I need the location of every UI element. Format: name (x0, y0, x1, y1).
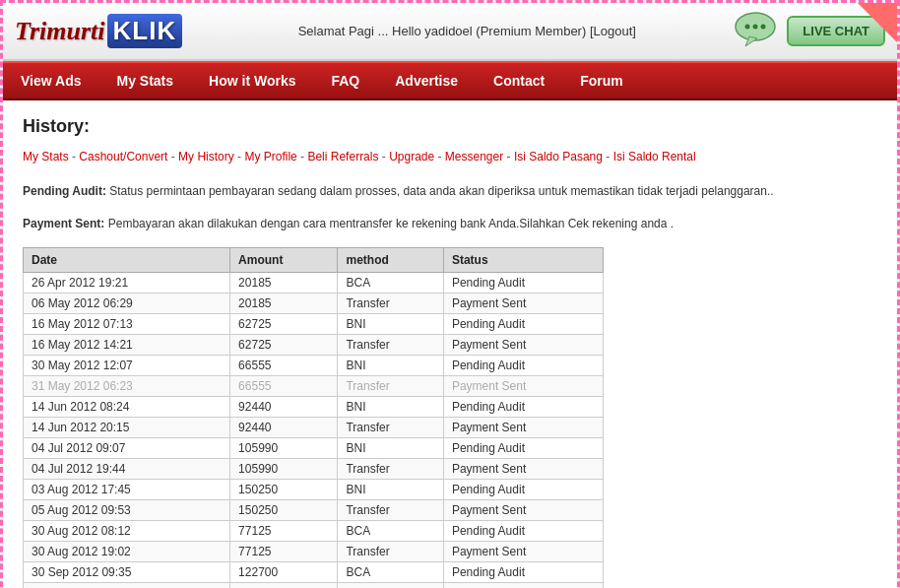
cell-date: 26 Apr 2012 19:21 (24, 272, 230, 293)
logo-klik: KLIK (107, 14, 183, 48)
breadcrumb-cashout[interactable]: Cashout/Convert (79, 150, 167, 163)
cell-amount: 92440 (230, 396, 338, 417)
cell-method: BNI (338, 355, 443, 375)
table-row: 30 Aug 2012 08:1277125BCAPending Audit (24, 520, 604, 541)
cell-status: Payment Sent (443, 334, 603, 355)
cell-method: Transfer (338, 582, 443, 588)
col-amount: Amount (230, 247, 338, 272)
breadcrumb-messenger[interactable]: Messenger (445, 150, 503, 163)
cell-status: Pending Audit (443, 520, 603, 541)
content-area: History: My Stats - Cashout/Convert - My… (3, 100, 897, 588)
table-row: 26 Apr 2012 19:2120185BCAPending Audit (24, 272, 604, 293)
cell-date: 30 Aug 2012 08:12 (24, 520, 230, 541)
cell-date: 05 Aug 2012 09:53 (24, 499, 230, 520)
col-date: Date (24, 247, 230, 272)
cell-status: Pending Audit (443, 272, 603, 293)
cell-status: Pending Audit (443, 355, 603, 375)
table-row: 30 Sep 2012 09:35122700BCAPending Audit (24, 561, 604, 582)
col-status: Status (443, 247, 603, 272)
breadcrumb-isi-saldo-pasang[interactable]: Isi Saldo Pasang (514, 150, 603, 163)
table-row: 16 May 2012 07:1362725BNIPending Audit (24, 313, 604, 334)
sent-label: Payment Sent: (23, 217, 104, 230)
cell-method: Transfer (338, 375, 443, 396)
breadcrumb-my-profile[interactable]: My Profile (244, 150, 296, 163)
cell-amount: 62725 (230, 313, 338, 334)
greeting-prefix: Selamat Pagi ... (298, 24, 389, 38)
cell-amount: 20185 (230, 293, 338, 313)
cell-amount: 92440 (230, 417, 338, 437)
page-title: History: (23, 116, 877, 137)
table-body: 26 Apr 2012 19:2120185BCAPending Audit06… (24, 272, 604, 588)
nav-advertise[interactable]: Advertise (377, 63, 476, 98)
cell-status: Payment Sent (443, 293, 603, 313)
breadcrumb-beli-referrals[interactable]: Beli Referrals (307, 150, 378, 163)
breadcrumb-upgrade[interactable]: Upgrade (389, 150, 434, 163)
svg-point-3 (753, 25, 758, 30)
cell-amount: 105990 (230, 437, 338, 458)
breadcrumb: My Stats - Cashout/Convert - My History … (23, 147, 877, 168)
cell-status: Payment Sent (443, 458, 603, 479)
cell-amount: 77125 (230, 520, 338, 541)
nav-faq[interactable]: FAQ (313, 63, 377, 98)
cell-status: Pending Audit (443, 479, 603, 499)
nav-my-stats[interactable]: My Stats (98, 63, 191, 98)
cell-status: Payment Sent (443, 582, 603, 588)
cell-amount: 62725 (230, 334, 338, 355)
table-row: 31 May 2012 06:2366555TransferPayment Se… (24, 375, 604, 396)
cell-date: 30 Sep 2012 09:35 (24, 561, 230, 582)
cell-status: Payment Sent (443, 541, 603, 561)
table-row: 30 May 2012 12:0766555BNIPending Audit (24, 355, 604, 375)
cell-status: Payment Sent (443, 375, 603, 396)
cell-date: 06 May 2012 06:29 (24, 293, 230, 313)
corner-decoration (858, 3, 897, 42)
cell-method: BNI (338, 396, 443, 417)
cell-method: BCA (338, 520, 443, 541)
table-row: 04 Jul 2012 19:44105990TransferPayment S… (24, 458, 604, 479)
table-row: 01 Oct 2012 06:31122700TransferPayment S… (24, 582, 604, 588)
cell-amount: 66555 (230, 355, 338, 375)
logo-trimurti: Trimurti (15, 17, 105, 46)
greeting-user: Hello yadidoel (Premium Member) [Logout] (392, 24, 636, 38)
cell-date: 30 May 2012 12:07 (24, 355, 230, 375)
nav-contact[interactable]: Contact (476, 63, 562, 98)
cell-status: Pending Audit (443, 561, 603, 582)
cell-method: Transfer (338, 499, 443, 520)
cell-date: 14 Jun 2012 08:24 (24, 396, 230, 417)
pending-label: Pending Audit: (23, 184, 106, 198)
cell-status: Payment Sent (443, 417, 603, 437)
table-row: 03 Aug 2012 17:45150250BNIPending Audit (24, 479, 604, 499)
cell-date: 01 Oct 2012 06:31 (24, 582, 230, 588)
cell-status: Pending Audit (443, 396, 603, 417)
history-table: Date Amount method Status 26 Apr 2012 19… (23, 247, 604, 588)
cell-amount: 150250 (230, 479, 338, 499)
breadcrumb-isi-saldo-rental[interactable]: Isi Saldo Rental (613, 150, 696, 163)
cell-date: 16 May 2012 07:13 (24, 313, 230, 334)
cell-date: 16 May 2012 14:21 (24, 334, 230, 355)
table-row: 06 May 2012 06:2920185TransferPayment Se… (24, 293, 604, 313)
cell-amount: 77125 (230, 541, 338, 561)
sent-text: Pembayaran akan dilakukan dengan cara me… (108, 217, 674, 230)
table-row: 04 Jul 2012 09:07105990BNIPending Audit (24, 437, 604, 458)
breadcrumb-my-stats[interactable]: My Stats (23, 150, 69, 163)
pending-text: Status permintaan pembayaran sedang dala… (109, 184, 773, 198)
cell-status: Pending Audit (443, 313, 603, 334)
cell-method: BNI (338, 437, 443, 458)
nav-view-ads[interactable]: View Ads (3, 63, 98, 98)
cell-date: 31 May 2012 06:23 (24, 375, 230, 396)
header-greeting: Selamat Pagi ... Hello yadidoel (Premium… (202, 24, 732, 38)
table-header: Date Amount method Status (24, 247, 604, 272)
logo-area: Trimurti KLIK (15, 14, 182, 48)
svg-point-4 (761, 25, 766, 30)
cell-method: Transfer (338, 293, 443, 313)
breadcrumb-my-history[interactable]: My History (178, 150, 234, 163)
table-row: 14 Jun 2012 20:1592440TransferPayment Se… (24, 417, 604, 437)
cell-method: Transfer (338, 458, 443, 479)
nav-forum[interactable]: Forum (562, 63, 641, 98)
table-row: 14 Jun 2012 08:2492440BNIPending Audit (24, 396, 604, 417)
cell-date: 04 Jul 2012 09:07 (24, 437, 230, 458)
cell-amount: 122700 (230, 582, 338, 588)
cell-amount: 122700 (230, 561, 338, 582)
chat-bubble-icon (732, 11, 779, 51)
cell-method: BNI (338, 313, 443, 334)
nav-how-it-works[interactable]: How it Works (191, 63, 313, 98)
